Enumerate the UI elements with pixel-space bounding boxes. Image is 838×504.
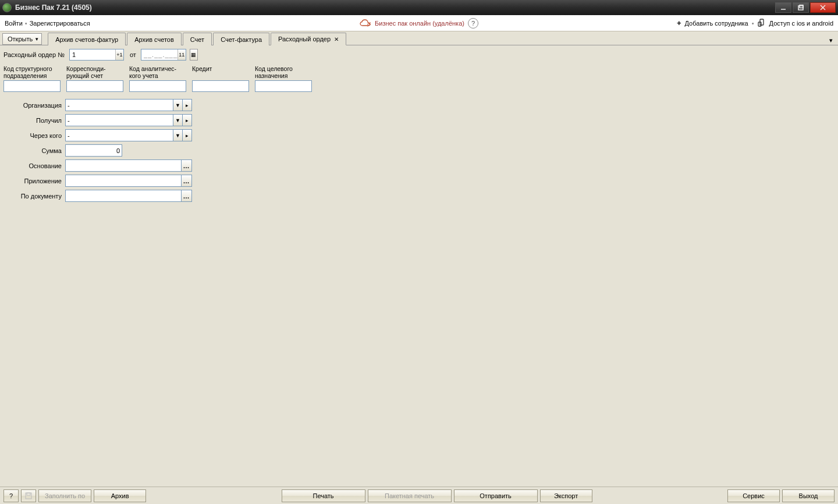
col-corr-account-input[interactable] [66, 80, 123, 92]
open-menu-button[interactable]: Открыть ▼ [2, 33, 42, 45]
col-analytic-code-label: Код аналитичес-кого учета [129, 65, 186, 80]
online-link[interactable]: Бизнес пак онлайн (удалёнка) [375, 20, 464, 27]
export-button[interactable]: Экспорт [540, 489, 592, 502]
separator-dot: • [25, 20, 27, 27]
sum-input[interactable] [65, 144, 122, 157]
basis-label: Основание [3, 162, 65, 169]
attachment-label: Приложение [3, 178, 65, 184]
col-credit-label: Кредит [192, 65, 249, 80]
register-link[interactable]: Зарегистрироваться [30, 20, 90, 27]
print-button[interactable]: Печать [282, 489, 365, 502]
via-lookup-icon[interactable]: ▸ [183, 129, 192, 141]
col-analytic-code-input[interactable] [129, 80, 186, 92]
save-icon [24, 492, 33, 500]
via-label: Через кого [3, 132, 65, 139]
tab-archive-invoice-factures[interactable]: Архив счетов-фактур [48, 33, 126, 45]
form-area: Расходный ордер № +1 от 11 ▦ Код структу… [0, 45, 838, 487]
tabs-overflow-icon[interactable]: ▾ [826, 36, 836, 45]
date-today-button[interactable]: 11 [177, 49, 186, 60]
svg-rect-2 [800, 5, 803, 8]
attachment-ellipsis-button[interactable]: … [182, 175, 192, 187]
tab-row: Открыть ▼ Архив счетов-фактур Архив счет… [0, 31, 838, 45]
minimize-button[interactable] [775, 2, 791, 13]
separator-dot-2: • [752, 20, 754, 27]
bydoc-ellipsis-button[interactable]: … [182, 190, 192, 202]
tab-invoice-facture[interactable]: Счет-фактура [213, 33, 269, 45]
secondary-bar: Войти • Зарегистрироваться Бизнес пак он… [0, 15, 838, 31]
login-link[interactable]: Войти [5, 20, 23, 27]
fill-by-button[interactable]: Заполнить по [38, 489, 91, 502]
help-button[interactable]: ? [3, 489, 19, 502]
col-structure-code-label: Код структурного подразделения [3, 65, 61, 80]
col-target-code-label: Код целевого назначения [255, 65, 312, 80]
calendar-icon[interactable]: ▦ [190, 49, 198, 61]
close-button[interactable] [810, 2, 836, 13]
col-target-code-input[interactable] [255, 80, 312, 92]
bydoc-label: По документу [3, 193, 65, 200]
batch-print-button[interactable]: Пакетная печать [368, 489, 452, 502]
maximize-button[interactable] [793, 2, 809, 13]
organization-input[interactable] [65, 99, 173, 111]
organization-dropdown-icon[interactable]: ▼ [173, 99, 183, 111]
attachment-input[interactable] [65, 175, 182, 187]
via-input[interactable] [65, 129, 173, 141]
received-dropdown-icon[interactable]: ▼ [173, 114, 183, 126]
svg-rect-8 [27, 493, 30, 495]
help-icon[interactable]: ? [468, 18, 478, 29]
col-credit-input[interactable] [192, 80, 249, 92]
col-structure-code-input[interactable] [3, 80, 61, 92]
add-employee-link[interactable]: Добавить сотрудника [685, 20, 748, 27]
basis-ellipsis-button[interactable]: … [182, 159, 192, 172]
tab-invoice[interactable]: Счет [183, 33, 212, 45]
mobile-access-link[interactable]: Доступ с ios и android [769, 20, 833, 27]
cloud-icon [360, 19, 371, 27]
received-label: Получил [3, 117, 65, 124]
bottom-bar: ? Заполнить по Архив Печать Пакетная печ… [0, 487, 838, 504]
increment-button[interactable]: +1 [115, 49, 123, 60]
open-label: Открыть [8, 36, 33, 42]
exit-button[interactable]: Выход [782, 489, 835, 502]
chevron-down-icon: ▼ [34, 37, 39, 42]
received-input[interactable] [65, 114, 173, 126]
plus-icon: + [677, 19, 681, 27]
tab-expense-order[interactable]: Расходный ордер ✕ [271, 33, 346, 45]
order-number-label: Расходный ордер № [3, 51, 65, 58]
organization-label: Организация [3, 102, 65, 109]
organization-lookup-icon[interactable]: ▸ [183, 99, 192, 111]
service-button[interactable]: Сервис [727, 489, 780, 502]
send-button[interactable]: Отправить [454, 489, 538, 502]
basis-input[interactable] [65, 159, 182, 172]
tab-archive-invoices[interactable]: Архив счетов [127, 33, 182, 45]
save-button[interactable] [21, 489, 36, 502]
received-lookup-icon[interactable]: ▸ [183, 114, 192, 126]
code-columns: Код структурного подразделения Корреспон… [3, 65, 835, 92]
device-icon [758, 19, 766, 28]
bydoc-input[interactable] [65, 190, 182, 202]
titlebar: Бизнес Пак 7.21 (4505) [0, 0, 838, 15]
via-dropdown-icon[interactable]: ▼ [173, 129, 183, 141]
from-label: от [130, 51, 136, 58]
col-corr-account-label: Корреспонди-рующий счет [66, 65, 123, 80]
archive-button[interactable]: Архив [94, 489, 146, 502]
close-tab-icon[interactable]: ✕ [334, 36, 339, 42]
app-icon [2, 3, 12, 12]
sum-label: Сумма [3, 147, 65, 154]
app-title: Бизнес Пак 7.21 (4505) [15, 3, 774, 12]
